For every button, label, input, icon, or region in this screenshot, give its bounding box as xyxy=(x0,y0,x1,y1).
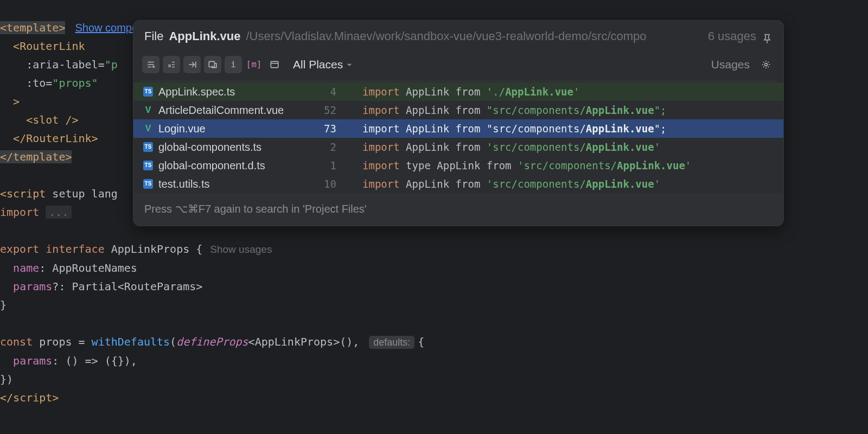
usage-row[interactable]: TSglobal-components.ts2import AppLink fr… xyxy=(133,138,783,156)
script-attrs: setup lang xyxy=(46,187,117,200)
usages-tab-label: Usages xyxy=(711,55,750,74)
gear-icon[interactable] xyxy=(757,56,775,73)
type-applinkprops: AppLinkProps xyxy=(111,242,190,256)
result-snippet: import AppLink from "src/components/AppL… xyxy=(362,119,667,138)
usage-row[interactable]: VLogin.vue73import AppLink from "src/com… xyxy=(133,119,783,138)
popup-title-label: File xyxy=(144,27,163,46)
usage-row[interactable]: VArticleDetailComment.vue52import AppLin… xyxy=(133,101,783,119)
prop-name: name xyxy=(13,261,39,275)
open-in-find-icon[interactable] xyxy=(204,56,221,73)
result-filename: global-component.d.ts xyxy=(158,156,265,175)
type-partial: ?: Partial<RouteParams> xyxy=(52,280,202,293)
tag-script-close: /script xyxy=(7,391,52,404)
scope-dropdown[interactable]: All Places xyxy=(293,55,353,74)
result-filename: Login.vue xyxy=(158,119,206,138)
results-list: TSAppLink.spec.ts4import AppLink from '.… xyxy=(133,81,783,193)
popup-header: File AppLink.vue /Users/Vladislav.Minaev… xyxy=(133,21,783,51)
arrow-default: : () => ({}), xyxy=(52,354,137,367)
show-usages-hint[interactable]: Show usages xyxy=(210,244,272,255)
usage-row[interactable]: TStest.utils.ts10import AppLink from 'sr… xyxy=(133,175,783,193)
result-snippet: import AppLink from 'src/components/AppL… xyxy=(362,138,660,156)
popup-toolbar: i [m] All Places Usages xyxy=(133,51,783,81)
result-lineno: 10 xyxy=(310,175,336,193)
info-icon[interactable]: i xyxy=(225,56,242,73)
kw-const: const xyxy=(0,335,33,348)
tag-script-open: script xyxy=(7,187,46,200)
usages-count: 6 usages xyxy=(708,27,756,46)
svg-rect-1 xyxy=(271,61,278,67)
var-props: props = xyxy=(33,335,91,348)
val-to: "props" xyxy=(52,76,98,90)
popup-title-filename: AppLink.vue xyxy=(169,27,240,46)
popup-path: /Users/Vladislav.Minaev/work/sandbox-vue… xyxy=(246,27,646,46)
ts-file-icon: TS xyxy=(143,179,153,189)
preview-icon[interactable] xyxy=(266,56,283,73)
result-filename: AppLink.spec.ts xyxy=(158,82,235,101)
usage-row[interactable]: TSglobal-component.d.ts1import type AppL… xyxy=(133,156,783,175)
chevron-down-icon xyxy=(346,61,353,68)
ts-file-icon: TS xyxy=(143,87,153,97)
tag-routerlink-open: RouterLink xyxy=(20,40,85,53)
result-filename: ArticleDetailComment.vue xyxy=(158,101,284,119)
vue-file-icon: V xyxy=(143,124,153,133)
val-aria: "p xyxy=(105,58,118,71)
filter-read-icon[interactable] xyxy=(142,56,159,73)
tag-slot: slot / xyxy=(33,113,72,126)
usage-row[interactable]: TSAppLink.spec.ts4import AppLink from '.… xyxy=(133,82,783,101)
scope-label: All Places xyxy=(293,55,343,74)
tag-template-close: /template xyxy=(7,150,65,163)
result-lineno: 2 xyxy=(310,138,336,156)
pin-icon[interactable] xyxy=(762,31,773,42)
vue-file-icon: V xyxy=(143,105,153,115)
result-snippet: import type AppLink from 'src/components… xyxy=(362,156,691,175)
result-lineno: 4 xyxy=(310,82,336,101)
result-lineno: 1 xyxy=(310,156,336,175)
attr-aria: :aria-label xyxy=(26,58,98,71)
result-snippet: import AppLink from './AppLink.vue' xyxy=(362,82,579,101)
result-lineno: 52 xyxy=(310,101,336,119)
result-snippet: import AppLink from 'src/components/AppL… xyxy=(362,175,660,193)
result-snippet: import AppLink from "src/components/AppL… xyxy=(362,101,667,119)
result-filename: global-components.ts xyxy=(158,138,261,156)
tag-template-open: template xyxy=(7,21,59,34)
type-approute: : AppRouteNames xyxy=(39,261,137,275)
attr-to: :to xyxy=(26,76,46,90)
result-filename: test.utils.ts xyxy=(158,175,209,193)
param-hint-defaults: defaults: xyxy=(369,336,414,349)
tag-routerlink-close: /RouterLink xyxy=(20,132,91,145)
usages-popup: File AppLink.vue /Users/Vladislav.Minaev… xyxy=(133,20,784,226)
fn-defineprops: defineProps xyxy=(176,335,248,348)
kw-export: export xyxy=(0,242,39,256)
svg-point-2 xyxy=(765,63,768,66)
fn-withdefaults: withDefaults xyxy=(92,335,170,348)
code-fold-indicator[interactable]: ... xyxy=(46,206,72,219)
generic: <AppLinkProps> xyxy=(248,335,340,348)
filter-write-icon[interactable] xyxy=(163,56,180,73)
ts-file-icon: TS xyxy=(143,161,153,170)
popup-footer-hint: Press ⌥⌘F7 again to search in 'Project F… xyxy=(133,193,783,226)
filter-import-icon[interactable] xyxy=(183,56,201,73)
result-lineno: 73 xyxy=(310,119,336,138)
kw-import: import xyxy=(0,206,39,219)
bracket-icon[interactable]: [m] xyxy=(245,56,263,73)
kw-interface: interface xyxy=(46,242,104,256)
prop-params: params xyxy=(13,280,52,293)
param-default: params xyxy=(13,354,52,367)
ts-file-icon: TS xyxy=(143,142,153,152)
